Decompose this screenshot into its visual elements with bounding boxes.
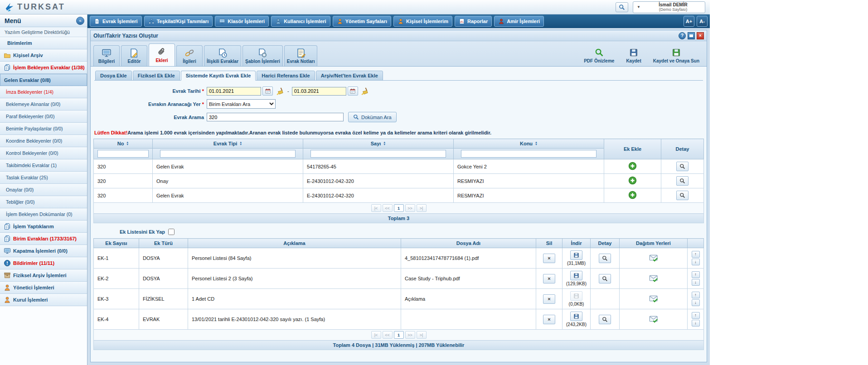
sidebar-item-islem-bekleyen-dokumanlar[interactable]: İşlem Bekleyen Dokümanlar (0) xyxy=(0,208,87,221)
menu-amir-islemleri[interactable]: Amir İşlemleri xyxy=(494,16,544,27)
pager-last-button[interactable]: >| xyxy=(417,204,427,212)
pager-first-button[interactable]: |< xyxy=(371,331,381,339)
move-down-button[interactable]: ↓ xyxy=(692,279,700,286)
add-attachment-button[interactable] xyxy=(628,176,637,185)
column-header-sayi[interactable]: Sayı▲▼ xyxy=(303,139,454,149)
menu-evrak-islemleri[interactable]: Evrak İşlemleri xyxy=(90,16,142,27)
menu-kisisel-islemlerim[interactable]: Kişisel İşlemlerim xyxy=(393,16,452,27)
delete-button[interactable]: × xyxy=(543,294,555,304)
move-up-button[interactable]: ↑ xyxy=(692,271,700,278)
detail-button[interactable] xyxy=(599,254,611,263)
pager-first-button[interactable]: |< xyxy=(371,204,381,212)
move-up-button[interactable]: ↑ xyxy=(692,292,700,298)
user-menu[interactable]: ▼ İsmail DEMİR (Demo Sayfası) xyxy=(633,1,705,13)
pdf-preview-button[interactable]: PDF Önizleme xyxy=(584,48,614,63)
tab-sablon-islemleri[interactable]: Şablon İşlemleri xyxy=(242,45,283,66)
filter-konu-input[interactable] xyxy=(461,150,596,158)
date-to-calendar-button[interactable] xyxy=(348,86,358,96)
filter-evrak-tipi-input[interactable] xyxy=(160,150,296,158)
sidebar-item-gelen-evraklar[interactable]: Gelen Evraklar (0/8) xyxy=(0,74,87,86)
sidebar-item-birim-evraklari[interactable]: Birim Evrakları (1733/3167) xyxy=(0,233,87,245)
add-attachment-button[interactable] xyxy=(628,191,637,199)
sidebar-item-paraf-bekleyenler[interactable]: Paraf Bekleyenler (0/0) xyxy=(0,110,87,123)
sidebar-item-takibimdeki-evraklar[interactable]: Takibimdeki Evraklar (1) xyxy=(0,159,87,172)
download-button-disabled[interactable] xyxy=(570,291,582,301)
global-search-button[interactable] xyxy=(616,2,628,12)
sidebar-item-islem-yaptiklarim[interactable]: İşlem Yaptıklarım xyxy=(0,221,87,233)
document-search-button[interactable]: Doküman Ara xyxy=(348,112,397,122)
pager-next-button[interactable]: >> xyxy=(405,204,415,212)
sidebar-item-kapatma-islemleri[interactable]: Kapatma İşlemleri (0/0) xyxy=(0,245,87,257)
sort-icon[interactable]: ▲▼ xyxy=(383,141,386,146)
tab-ekleri[interactable]: Ekleri xyxy=(149,43,175,66)
filter-sayi-input[interactable] xyxy=(310,150,446,158)
date-from-calendar-button[interactable] xyxy=(262,86,273,96)
distribution-button[interactable] xyxy=(649,314,658,325)
sidebar-item-tebligler[interactable]: Tebliğler (0/0) xyxy=(0,196,87,208)
sidebar-item-birimlerim[interactable]: Birimlerim xyxy=(0,37,87,49)
move-up-button[interactable]: ↑ xyxy=(692,312,700,319)
pager-next-button[interactable]: >> xyxy=(405,331,415,339)
pager-prev-button[interactable]: << xyxy=(383,331,393,339)
delete-button[interactable]: × xyxy=(543,254,555,263)
add-attachment-button[interactable] xyxy=(628,162,637,170)
menu-kullanici-islemleri[interactable]: Kullanıcı İşlemleri xyxy=(271,16,330,27)
sidebar-item-onaylar[interactable]: Onaylar (0/0) xyxy=(0,184,87,196)
subtab-dosya-ekle[interactable]: Dosya Ekle xyxy=(95,71,132,81)
sidebar-item-fiziksel-arsiv-islemleri[interactable]: Fiziksel Arşiv İşlemleri xyxy=(0,269,87,282)
sidebar-item-koordine-bekleyenler[interactable]: Koordine Bekleyenler (0/0) xyxy=(0,135,87,147)
move-down-button[interactable]: ↓ xyxy=(692,259,700,265)
filter-no-input[interactable] xyxy=(97,150,149,158)
download-button[interactable] xyxy=(570,312,582,321)
sidebar-collapse-button[interactable]: « xyxy=(76,17,84,25)
tab-evrak-notlari[interactable]: Evrak Notları xyxy=(284,45,318,66)
save-and-submit-button[interactable]: Kaydet ve Onaya Sun xyxy=(653,48,699,63)
distribution-button[interactable] xyxy=(649,274,658,284)
sidebar-item-kisisel-arsiv[interactable]: Kişisel Arşiv xyxy=(0,49,87,62)
sidebar-item-bildirimler[interactable]: Bildirimler (11/11) xyxy=(0,257,87,269)
detail-button[interactable] xyxy=(676,191,689,200)
date-from-input[interactable] xyxy=(207,87,261,96)
sidebar-item-islem-bekleyen-evraklar[interactable]: İşlem Bekleyen Evraklar (1/38) xyxy=(0,62,87,74)
date-from-clear-button[interactable] xyxy=(274,86,285,96)
download-button[interactable] xyxy=(570,271,582,280)
subtab-sistemde-kayitli-evrak-ekle[interactable]: Sistemde Kayıtlı Evrak Ekle xyxy=(181,71,256,81)
delete-button[interactable]: × xyxy=(543,315,555,324)
pager-current-page[interactable]: 1 xyxy=(394,204,404,212)
sidebar-item-taslak-evraklar[interactable]: Taslak Evraklar (25) xyxy=(0,172,87,184)
make-attachment-list-checkbox[interactable] xyxy=(168,229,175,235)
distribution-button[interactable] xyxy=(649,294,658,304)
column-header-konu[interactable]: Konu▲▼ xyxy=(454,139,604,149)
pager-current-page[interactable]: 1 xyxy=(394,331,404,339)
date-to-clear-button[interactable] xyxy=(359,86,370,96)
sort-icon[interactable]: ▲▼ xyxy=(535,141,538,146)
subtab-fiziksel-ek-ekle[interactable]: Fiziksel Ek Ekle xyxy=(133,71,180,81)
tab-editor[interactable]: Editör xyxy=(121,45,147,66)
move-down-button[interactable]: ↓ xyxy=(692,299,700,306)
menu-klasor-islemleri[interactable]: Klasör İşlemleri xyxy=(215,16,269,27)
document-search-input[interactable] xyxy=(207,113,344,121)
pager-prev-button[interactable]: << xyxy=(383,204,393,212)
menu-teskilat-kisi-tanimlari[interactable]: Teşkilat/Kişi Tanımları xyxy=(144,16,213,27)
close-button[interactable]: × xyxy=(697,32,704,39)
menu-raporlar[interactable]: Raporlar xyxy=(455,16,492,27)
font-decrease-button[interactable]: A- xyxy=(697,16,708,27)
fullscreen-button[interactable] xyxy=(688,32,695,39)
subtab-arsiv-netten-evrak-ekle[interactable]: Arşiv/Net'ten Evrak Ekle xyxy=(316,71,383,81)
date-to-input[interactable] xyxy=(292,87,346,96)
column-header-evrak-tipi[interactable]: Evrak Tipi▲▼ xyxy=(153,139,303,149)
tab-iliskili-evraklar[interactable]: İlişkili Evraklar xyxy=(204,45,241,66)
tab-bilgileri[interactable]: Bilgileri xyxy=(93,45,120,66)
delete-button[interactable]: × xyxy=(543,274,555,283)
detail-button[interactable] xyxy=(676,176,689,186)
distribution-button[interactable] xyxy=(649,253,658,264)
subtab-harici-referans-ekle[interactable]: Harici Referans Ekle xyxy=(257,71,315,81)
detail-button[interactable] xyxy=(599,274,611,283)
move-down-button[interactable]: ↓ xyxy=(692,320,700,327)
sidebar-item-benimle-paylasilanlar[interactable]: Benimle Paylaşılanlar (0/0) xyxy=(0,123,87,135)
detail-button[interactable] xyxy=(599,315,611,324)
sort-icon[interactable]: ▲▼ xyxy=(239,141,242,146)
sidebar-item-beklemeye-alinanlar[interactable]: Beklemeye Alınanlar (0/0) xyxy=(0,98,87,110)
sidebar-item-kontrol-bekleyenler[interactable]: Kontrol Bekleyenler (0/0) xyxy=(0,147,87,159)
column-header-no[interactable]: No▲▼ xyxy=(94,139,153,149)
